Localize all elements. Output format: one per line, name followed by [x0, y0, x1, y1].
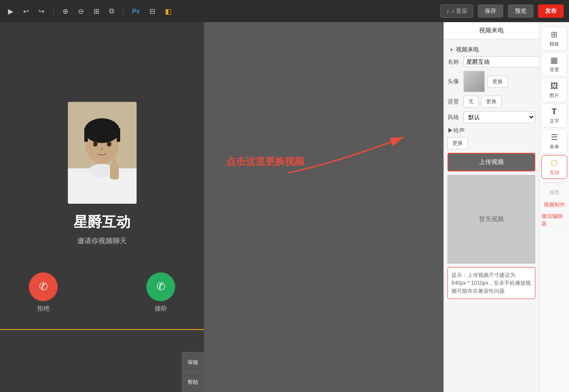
align-icon[interactable]: ⊟: [147, 5, 158, 17]
svg-point-4: [84, 118, 120, 143]
svg-point-9: [101, 147, 103, 151]
avatar-svg: [68, 102, 137, 204]
image-label: 图片: [549, 92, 559, 99]
style-label: 风格: [447, 113, 461, 121]
caller-name: 星爵互动: [74, 213, 130, 232]
reject-button[interactable]: ✆: [29, 272, 58, 301]
bg-row: 背景 无 更换: [447, 96, 535, 108]
form-label: 表单: [549, 144, 559, 150]
svg-rect-11: [112, 159, 117, 167]
form-icon: ☰: [551, 132, 558, 142]
sidebar-item-text[interactable]: T 文字: [542, 104, 567, 128]
avatar-thumbnail: [463, 71, 485, 92]
caller-subtitle: 邀请你视频聊天: [77, 237, 127, 246]
section-title: 视频来电: [456, 46, 479, 54]
hint-box: 提示：上传视频尺寸建议为 640px * 1010px，安卓手机播放视频可能存在…: [447, 267, 535, 299]
name-input[interactable]: [463, 56, 539, 67]
avatar-image: [68, 102, 137, 204]
bg-label: 背景: [549, 66, 559, 73]
divider-line: [0, 329, 204, 330]
ps-icon[interactable]: Ps: [129, 6, 142, 16]
style-row: 风格 默认: [447, 111, 535, 123]
video-make-label: 视频制作: [544, 201, 565, 209]
undo-icon[interactable]: ↩: [20, 5, 31, 17]
save-button[interactable]: 保存: [478, 4, 503, 18]
recommend-label: 推荐: [549, 189, 559, 196]
music-label: ♪ 音乐: [451, 7, 467, 15]
text-icon: T: [552, 107, 557, 116]
upload-video-button[interactable]: 上传视频: [447, 153, 535, 171]
right-panel: 视频来电 ▼ 视频来电 名称 头像 更换 背景: [443, 22, 539, 392]
preview-button[interactable]: 预览: [508, 4, 534, 18]
annotation-container: 点击这里更换视频: [226, 155, 304, 173]
wechat-editor-label: 微信编辑器: [542, 213, 567, 228]
panel-header: 视频来电: [444, 22, 539, 39]
no-video-label: 暂无视频: [479, 215, 504, 223]
properties-panel: ▼ 视频来电 名称 头像 更换 背景 无 更换: [444, 39, 539, 392]
accept-button[interactable]: ✆: [146, 272, 175, 301]
sidebar-divider: [543, 182, 565, 183]
review-button[interactable]: 审核: [182, 352, 204, 372]
separator-2: [123, 6, 123, 16]
sidebar-item-bg[interactable]: ▦ 背景: [542, 52, 567, 76]
ringtone-row: ▶铃声: [447, 127, 535, 135]
help-button[interactable]: 帮助: [182, 372, 204, 392]
arrow-svg: [279, 128, 421, 182]
main-area: 星爵互动 邀请你视频聊天 ✆ 拒绝 ✆ 接听: [0, 22, 569, 392]
svg-rect-5: [84, 128, 88, 142]
bg-label: 背景: [447, 98, 461, 106]
phone-preview: 星爵互动 邀请你视频聊天 ✆ 拒绝 ✆ 接听: [29, 93, 175, 322]
sidebar-item-image[interactable]: 🖼 图片: [542, 78, 567, 102]
zoom-out-icon[interactable]: ⊖: [75, 5, 86, 17]
annotation-text: 点击这里更换视频: [226, 155, 304, 168]
music-button[interactable]: ♪ ♪ 音乐: [440, 4, 473, 18]
sidebar-item-template[interactable]: ⊞ 模板: [542, 27, 567, 50]
image-icon: 🖼: [550, 82, 558, 91]
bg-none-button[interactable]: 无: [463, 96, 479, 108]
ringtone-label: ▶铃声: [447, 127, 465, 135]
ringtone-change-button[interactable]: 更换: [447, 137, 468, 149]
avatar-row: 头像 更换: [447, 71, 535, 92]
reject-phone-icon: ✆: [39, 280, 48, 293]
grid-icon[interactable]: ⊞: [91, 5, 102, 17]
template-label: 模板: [549, 41, 559, 47]
avatar-thumb-img: [464, 71, 484, 92]
action-buttons: ✆ 拒绝 ✆ 接听: [29, 272, 175, 313]
style-select[interactable]: 默认: [463, 111, 535, 123]
svg-rect-6: [117, 128, 120, 142]
reject-label: 拒绝: [37, 305, 50, 313]
play-icon[interactable]: ▶: [5, 5, 16, 17]
interact-icon: ⬡: [551, 158, 558, 168]
gradient-icon[interactable]: ◧: [162, 5, 174, 17]
separator-1: [53, 6, 54, 16]
far-right-sidebar: ⊞ 模板 ▦ 背景 🖼 图片 T 文字 ☰ 表单 ⬡ 互动 推荐 视频制作 微信…: [539, 22, 569, 392]
toolbar: ▶ ↩ ↪ ⊕ ⊖ ⊞ ⧉ Ps ⊟ ◧ ♪ ♪ 音乐 保存 预览 发布: [0, 0, 569, 22]
section-triangle-icon: ▼: [449, 47, 454, 52]
interact-label: 互动: [549, 169, 559, 176]
accept-phone-icon: ✆: [157, 280, 165, 293]
accept-group: ✆ 接听: [146, 272, 175, 313]
avatar-change-button[interactable]: 更换: [487, 76, 508, 88]
svg-point-7: [93, 141, 98, 147]
sidebar-wechat-editor[interactable]: 微信编辑器: [542, 213, 567, 227]
bg-icon: ▦: [550, 55, 558, 65]
name-row: 名称: [447, 56, 535, 67]
sidebar-item-interact[interactable]: ⬡ 互动: [542, 155, 567, 179]
publish-button[interactable]: 发布: [538, 4, 564, 18]
layers-icon[interactable]: ⧉: [106, 5, 117, 17]
text-label: 文字: [549, 118, 559, 124]
template-icon: ⊞: [551, 30, 557, 39]
redo-icon[interactable]: ↪: [36, 5, 47, 17]
sidebar-video-make[interactable]: 视频制作: [542, 198, 567, 212]
canvas-area[interactable]: 点击这里更换视频: [204, 22, 443, 392]
name-label: 名称: [447, 58, 461, 66]
music-note-icon: ♪: [446, 8, 449, 15]
svg-point-8: [107, 141, 111, 147]
bg-change-button[interactable]: 更换: [481, 96, 502, 108]
section-header[interactable]: ▼ 视频来电: [447, 43, 535, 56]
reject-group: ✆ 拒绝: [29, 272, 58, 313]
sidebar-item-form[interactable]: ☰ 表单: [542, 129, 567, 153]
bottom-side-buttons: 审核 帮助: [182, 352, 204, 392]
zoom-in-icon[interactable]: ⊕: [60, 5, 71, 17]
left-panel: 星爵互动 邀请你视频聊天 ✆ 拒绝 ✆ 接听: [0, 22, 204, 392]
